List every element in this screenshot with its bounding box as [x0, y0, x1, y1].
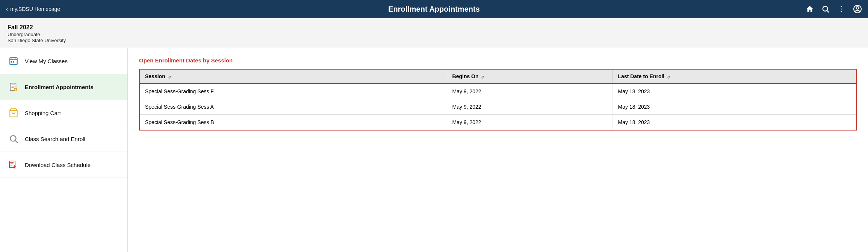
svg-point-4	[841, 11, 842, 12]
svg-rect-11	[11, 61, 12, 62]
cell-lastDate-0: May 18, 2023	[612, 83, 856, 99]
svg-rect-12	[13, 61, 14, 62]
enrollment-icon: !	[8, 81, 20, 93]
cell-beginsOn-1: May 9, 2022	[447, 99, 612, 115]
sidebar-item-shopping-cart[interactable]: Shopping Cart	[0, 100, 127, 126]
content-area: Open Enrollment Dates by Session Session…	[128, 48, 868, 252]
search-class-icon	[8, 133, 20, 145]
back-label: my.SDSU Homepage	[10, 6, 60, 12]
svg-point-22	[10, 135, 16, 141]
sidebar-item-class-search-enroll[interactable]: Class Search and Enroll	[0, 126, 127, 152]
svg-point-0	[823, 6, 828, 11]
sidebar: View My Classes ! Enrollment Appointment…	[0, 48, 128, 252]
sidebar-item-download-schedule[interactable]: Download Class Schedule	[0, 152, 127, 178]
cell-session-0: Special Sess-Grading Sess F	[139, 83, 447, 99]
sidebar-label-download-schedule: Download Class Schedule	[25, 162, 91, 168]
sort-icon-session: ◇	[168, 75, 171, 79]
svg-rect-25	[10, 162, 14, 163]
more-options-icon[interactable]	[837, 5, 845, 13]
svg-point-2	[841, 6, 842, 7]
svg-line-23	[15, 141, 18, 143]
level-label: Undergraduate	[8, 32, 860, 37]
cart-icon	[8, 107, 20, 119]
svg-rect-13	[11, 62, 12, 63]
top-nav-bar: ‹ my.SDSU Homepage Enrollment Appointmen…	[0, 0, 868, 18]
enrollment-table: Session ◇ Begins On ◇ Last Date to Enrol…	[139, 69, 857, 131]
section-title[interactable]: Open Enrollment Dates by Session	[139, 57, 857, 64]
svg-point-3	[841, 9, 842, 10]
profile-icon[interactable]	[853, 5, 862, 14]
sidebar-item-enrollment-appointments[interactable]: ! Enrollment Appointments	[0, 74, 127, 100]
cell-beginsOn-0: May 9, 2022	[447, 83, 612, 99]
sort-icon-begins-on: ◇	[481, 75, 484, 79]
svg-line-1	[827, 11, 829, 12]
sidebar-label-shopping-cart: Shopping Cart	[25, 110, 61, 116]
download-schedule-icon	[8, 159, 20, 171]
page-title: Enrollment Appointments	[388, 5, 480, 14]
table-row: Special Sess-Grading Sess AMay 9, 2022Ma…	[139, 99, 856, 115]
cell-session-2: Special Sess-Grading Sess B	[139, 115, 447, 131]
sidebar-label-enrollment-appointments: Enrollment Appointments	[25, 84, 94, 90]
back-arrow-icon: ‹	[6, 6, 8, 12]
svg-text:!: !	[15, 88, 16, 92]
sidebar-label-view-my-classes: View My Classes	[25, 58, 68, 64]
sidebar-item-view-my-classes[interactable]: View My Classes	[0, 48, 127, 74]
cell-session-1: Special Sess-Grading Sess A	[139, 99, 447, 115]
back-button[interactable]: ‹ my.SDSU Homepage	[6, 6, 60, 12]
home-icon[interactable]	[806, 5, 814, 13]
svg-rect-27	[10, 165, 12, 165]
column-header-last-date[interactable]: Last Date to Enroll ◇	[612, 69, 856, 83]
table-row: Special Sess-Grading Sess FMay 9, 2022Ma…	[139, 83, 856, 99]
university-label: San Diego State University	[8, 38, 860, 43]
term-label: Fall 2022	[8, 24, 860, 31]
svg-rect-14	[13, 62, 14, 63]
svg-rect-26	[10, 164, 14, 164]
sidebar-label-class-search-enroll: Class Search and Enroll	[25, 136, 85, 142]
cell-lastDate-1: May 18, 2023	[612, 99, 856, 115]
main-layout: View My Classes ! Enrollment Appointment…	[0, 48, 868, 252]
calendar-icon	[8, 55, 20, 67]
column-header-begins-on[interactable]: Begins On ◇	[447, 69, 612, 83]
search-icon[interactable]	[821, 5, 830, 13]
column-header-session[interactable]: Session ◇	[139, 69, 447, 83]
cell-lastDate-2: May 18, 2023	[612, 115, 856, 131]
cell-beginsOn-2: May 9, 2022	[447, 115, 612, 131]
nav-icons	[806, 5, 862, 14]
sort-icon-last-date: ◇	[667, 75, 670, 79]
table-header-row: Session ◇ Begins On ◇ Last Date to Enrol…	[139, 69, 856, 83]
table-row: Special Sess-Grading Sess BMay 9, 2022Ma…	[139, 115, 856, 131]
svg-point-6	[856, 7, 859, 9]
sub-header: Fall 2022 Undergraduate San Diego State …	[0, 18, 868, 48]
